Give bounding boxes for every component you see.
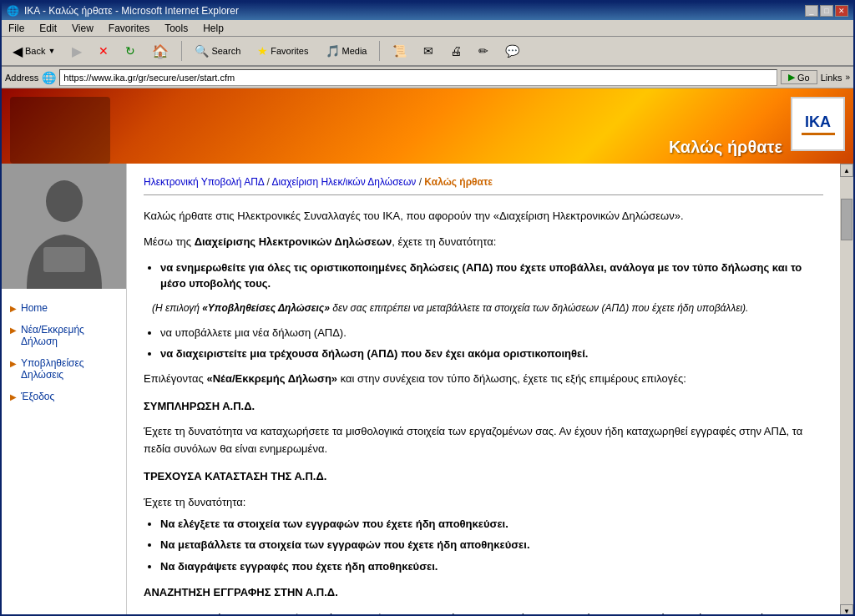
search-icon: 🔍 xyxy=(195,44,209,58)
sidebar: ▶ Home ▶ Νέα/Εκκρεμής Δήλωση ▶ Υποβληθεί… xyxy=(2,164,127,616)
person-silhouette xyxy=(2,164,127,289)
browser-scrollbar: ▲ ▼ xyxy=(840,164,853,616)
discuss-button[interactable]: 💬 xyxy=(499,39,525,63)
stop-button[interactable]: ✕ xyxy=(93,39,114,63)
section2-title: ΤΡΕΧΟΥΣΑ ΚΑΤΑΣΤΑΣΗ ΤΗΣ Α.Π.Δ. xyxy=(144,468,823,486)
forward-icon: ▶ xyxy=(72,43,82,59)
edit-icon: ✏ xyxy=(478,44,488,58)
section3-title: ΑΝΑΖΗΤΗΣΗ ΕΓΓΡΑΦΗΣ ΣΤΗΝ Α.Π.Δ. xyxy=(144,584,823,602)
menu-tools[interactable]: Tools xyxy=(161,22,191,35)
note-1: (Η επιλογή «Υποβληθείσες Δηλώσεις» δεν σ… xyxy=(152,300,823,316)
sidebar-photo xyxy=(2,164,127,289)
discuss-icon: 💬 xyxy=(505,44,519,58)
separator-1 xyxy=(181,41,182,61)
main-area: Ηλεκτρονική Υποβολή ΑΠΔ / Διαχείριση Ηλε… xyxy=(127,164,840,616)
capability-item-3: να διαχειριστείτε μια τρέχουσα δήλωση (Α… xyxy=(160,346,823,362)
nav-arrow-submitted: ▶ xyxy=(10,359,17,368)
browser-content: ΙΚΑ Καλώς ήρθατε xyxy=(2,88,853,616)
print-button[interactable]: 🖨 xyxy=(444,39,468,63)
refresh-icon: ↻ xyxy=(125,44,135,58)
menu-help[interactable]: Help xyxy=(200,22,227,35)
refresh-button[interactable]: ↻ xyxy=(119,39,141,63)
favorites-icon: ★ xyxy=(257,44,268,58)
section3-text: Έχετε τη δυνατότητα να αναζητήσετε μία ε… xyxy=(144,610,823,616)
scroll-up-button[interactable]: ▲ xyxy=(840,164,853,177)
nav-arrow-new: ▶ xyxy=(10,326,17,335)
scroll-thumb[interactable] xyxy=(841,199,852,240)
print-icon: 🖨 xyxy=(450,44,462,58)
menu-edit[interactable]: Edit xyxy=(36,22,60,35)
main-content: Ηλεκτρονική Υποβολή ΑΠΔ / Διαχείριση Ηλε… xyxy=(127,164,840,616)
maximize-button[interactable]: □ xyxy=(820,5,833,17)
menu-view[interactable]: View xyxy=(68,22,97,35)
nav-arrow-home: ▶ xyxy=(10,304,17,313)
svg-rect-2 xyxy=(43,247,85,272)
window-title: ΙΚΑ - Καλώς ήρθατε - Microsoft Internet … xyxy=(24,5,239,17)
mail-button[interactable]: ✉ xyxy=(417,39,439,63)
welcome-text-area: Καλώς ήρθατε στις Ηλεκτρονικές Συναλλαγέ… xyxy=(144,208,823,616)
favorites-button[interactable]: ★ Favorites xyxy=(251,39,314,63)
section1-title: ΣΥΜΠΛΗΡΩΣΗ Α.Π.Δ. xyxy=(144,398,823,416)
ika-logo: ΙΚΑ xyxy=(791,97,845,151)
links-label[interactable]: Links xyxy=(821,73,842,83)
new-declaration-intro: Επιλέγοντας «Νέα/Εκκρεμής Δήλωση» και στ… xyxy=(144,371,823,388)
title-bar: 🌐 ΙΚΑ - Καλώς ήρθατε - Microsoft Interne… xyxy=(2,2,853,20)
scroll-track xyxy=(840,177,853,604)
svg-point-1 xyxy=(46,180,83,222)
section2-item-1: Να ελέγξετε τα στοιχεία των εγγραφών που… xyxy=(160,516,823,533)
address-input[interactable] xyxy=(59,69,777,86)
close-button[interactable]: ✕ xyxy=(835,5,848,17)
sidebar-item-exit[interactable]: ▶ Έξοδος xyxy=(2,386,126,407)
sidebar-item-new-declaration[interactable]: ▶ Νέα/Εκκρεμής Δήλωση xyxy=(2,319,126,352)
back-button[interactable]: ◀ Back ▼ xyxy=(7,39,61,63)
sidebar-navigation: ▶ Home ▶ Νέα/Εκκρεμής Δήλωση ▶ Υποβληθεί… xyxy=(2,289,126,416)
address-bar: Address 🌐 ▶ Go Links » xyxy=(2,67,853,88)
intro-paragraph-1: Καλώς ήρθατε στις Ηλεκτρονικές Συναλλαγέ… xyxy=(144,208,823,225)
section2-list: Να ελέγξετε τα στοιχεία των εγγραφών που… xyxy=(160,516,823,575)
nav-arrow-exit: ▶ xyxy=(10,392,17,401)
stop-icon: ✕ xyxy=(99,44,109,58)
banner: ΙΚΑ Καλώς ήρθατε xyxy=(2,88,853,164)
toolbar: ◀ Back ▼ ▶ ✕ ↻ 🏠 🔍 Search ★ Favorites 🎵 … xyxy=(2,37,853,67)
links-expand-icon[interactable]: » xyxy=(845,73,850,82)
history-button[interactable]: 📜 xyxy=(387,39,412,63)
section2-item-3: Να διαγράψετε εγγραφές που έχετε ήδη απο… xyxy=(160,558,823,575)
intro-paragraph-2: Μέσω της Διαχείρισης Ηλεκτρονικών Δηλώσε… xyxy=(144,234,823,251)
menu-favorites[interactable]: Favorites xyxy=(105,22,153,35)
section2-item-2: Να μεταβάλλετε τα στοιχεία των εγγραφών … xyxy=(160,537,823,553)
home-icon: 🏠 xyxy=(152,43,169,59)
breadcrumb-link-manage[interactable]: Διαχείριση Ηλεκ/ικών Δηλώσεων xyxy=(272,176,417,188)
separator-2 xyxy=(379,41,380,61)
section2-intro: Έχετε τη δυνατότητα: xyxy=(144,494,823,512)
media-button[interactable]: 🎵 Media xyxy=(320,39,373,63)
breadcrumb-link-apd[interactable]: Ηλεκτρονική Υποβολή ΑΠΔ xyxy=(144,176,264,188)
ie-icon: 🌐 xyxy=(7,5,19,17)
page-icon: 🌐 xyxy=(42,71,56,84)
sidebar-item-home[interactable]: ▶ Home xyxy=(2,297,126,319)
go-arrow-icon: ▶ xyxy=(788,72,795,83)
go-button[interactable]: ▶ Go xyxy=(781,70,817,84)
media-icon: 🎵 xyxy=(326,44,340,58)
capabilities-list: να ενημερωθείτε για όλες τις οριστικοποι… xyxy=(160,260,823,292)
address-label: Address xyxy=(5,73,38,83)
menu-bar: File Edit View Favorites Tools Help xyxy=(2,20,853,37)
back-icon: ◀ xyxy=(13,43,23,59)
forward-button[interactable]: ▶ xyxy=(66,39,88,63)
capability-item-1: να ενημερωθείτε για όλες τις οριστικοποι… xyxy=(160,260,823,292)
search-button[interactable]: 🔍 Search xyxy=(189,39,246,63)
menu-file[interactable]: File xyxy=(5,22,28,35)
scroll-down-button[interactable]: ▼ xyxy=(840,604,853,616)
capability-item-2: να υποβάλλετε μια νέα δήλωση (ΑΠΔ). xyxy=(160,325,823,341)
minimize-button[interactable]: _ xyxy=(805,5,818,17)
section1-text: Έχετε τη δυνατότητα να καταχωρήσετε τα μ… xyxy=(144,423,823,458)
breadcrumb-current: Καλώς ήρθατε xyxy=(424,176,493,188)
sidebar-item-submitted[interactable]: ▶ Υποβληθείσες Δηλώσεις xyxy=(2,352,126,386)
edit-button[interactable]: ✏ xyxy=(473,39,494,63)
back-dropdown-icon[interactable]: ▼ xyxy=(48,47,55,55)
breadcrumb: Ηλεκτρονική Υποβολή ΑΠΔ / Διαχείριση Ηλε… xyxy=(144,176,823,195)
mail-icon: ✉ xyxy=(423,44,433,58)
capabilities-list-2: να υποβάλλετε μια νέα δήλωση (ΑΠΔ). να δ… xyxy=(160,325,823,362)
history-icon: 📜 xyxy=(392,44,407,58)
home-button[interactable]: 🏠 xyxy=(146,39,175,63)
banner-welcome-text: Καλώς ήρθατε xyxy=(669,138,782,157)
